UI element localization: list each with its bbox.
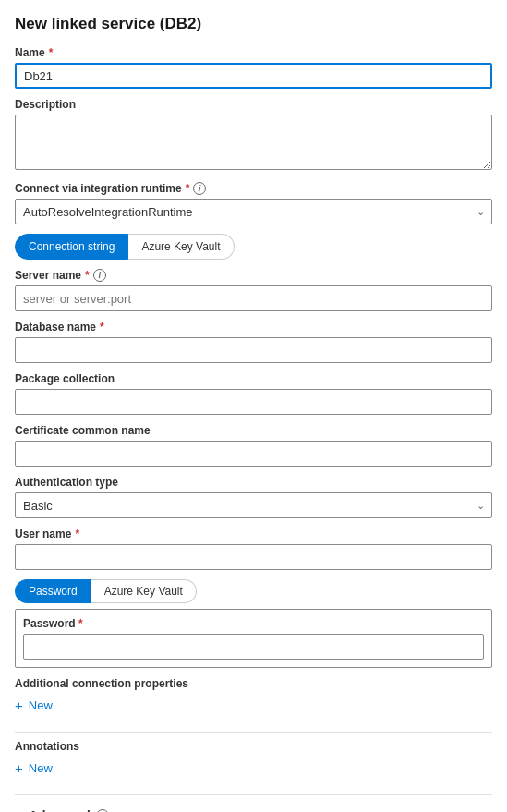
- server-name-field-group: Server name * i: [15, 269, 492, 311]
- user-name-label: User name *: [15, 527, 492, 540]
- name-input[interactable]: [15, 63, 492, 89]
- package-collection-label: Package collection: [15, 372, 492, 385]
- advanced-row[interactable]: ▶ Advanced i: [15, 803, 492, 812]
- runtime-label: Connect via integration runtime * i: [15, 182, 492, 195]
- password-inner-label: Password *: [23, 617, 484, 630]
- password-tab[interactable]: Password: [15, 579, 91, 603]
- password-tab-group: Password Azure Key Vault: [15, 579, 492, 603]
- add-new-annotation-row[interactable]: + New: [15, 757, 492, 780]
- advanced-label: Advanced: [29, 808, 91, 812]
- name-field-group: Name *: [15, 46, 492, 89]
- auth-type-label: Authentication type: [15, 476, 492, 489]
- divider-advanced: [15, 794, 492, 795]
- connection-tab-group: Connection string Azure Key Vault: [15, 234, 492, 260]
- package-collection-input[interactable]: [15, 389, 492, 415]
- required-star: *: [49, 46, 54, 59]
- description-field-group: Description: [15, 98, 492, 173]
- connection-string-tab[interactable]: Connection string: [15, 234, 128, 260]
- additional-props-label: Additional connection properties: [15, 677, 492, 690]
- auth-type-select-wrapper: Basic Anonymous ⌄: [15, 492, 492, 518]
- database-name-input[interactable]: [15, 337, 492, 363]
- cert-common-name-input[interactable]: [15, 441, 492, 467]
- password-section: Password Azure Key Vault Password *: [15, 579, 492, 668]
- add-new-annotation-label[interactable]: New: [29, 761, 53, 775]
- runtime-select-wrapper: AutoResolveIntegrationRuntime ⌄: [15, 199, 492, 224]
- user-name-input[interactable]: [15, 544, 492, 570]
- cert-common-name-label: Certificate common name: [15, 424, 492, 437]
- package-collection-field-group: Package collection: [15, 372, 492, 415]
- runtime-select[interactable]: AutoResolveIntegrationRuntime: [15, 199, 492, 224]
- annotations-section: Annotations + New: [15, 740, 492, 780]
- name-label: Name *: [15, 46, 492, 59]
- plus-icon-connection: +: [15, 697, 23, 713]
- password-box: Password *: [15, 609, 492, 668]
- description-input[interactable]: [15, 115, 492, 170]
- annotations-label: Annotations: [15, 740, 492, 753]
- azure-key-vault-tab[interactable]: Azure Key Vault: [128, 234, 234, 260]
- description-label: Description: [15, 98, 492, 111]
- auth-type-select[interactable]: Basic Anonymous: [15, 492, 492, 518]
- required-star-server: *: [85, 269, 90, 282]
- database-name-field-group: Database name *: [15, 321, 492, 363]
- password-azure-tab[interactable]: Azure Key Vault: [91, 579, 197, 603]
- database-name-label: Database name *: [15, 321, 492, 333]
- password-input[interactable]: [23, 634, 484, 660]
- user-name-field-group: User name *: [15, 527, 492, 570]
- required-star-user: *: [75, 527, 79, 540]
- server-info-icon[interactable]: i: [93, 269, 106, 282]
- required-star-db: *: [100, 321, 104, 333]
- required-star-runtime: *: [186, 182, 190, 195]
- add-new-connection-label[interactable]: New: [29, 698, 53, 712]
- add-new-connection-prop-row[interactable]: + New: [15, 694, 492, 717]
- runtime-info-icon[interactable]: i: [193, 182, 206, 195]
- additional-props-section: Additional connection properties + New: [15, 677, 492, 717]
- auth-type-field-group: Authentication type Basic Anonymous ⌄: [15, 476, 492, 518]
- panel-title: New linked service (DB2): [15, 15, 492, 33]
- cert-common-name-field-group: Certificate common name: [15, 424, 492, 467]
- required-star-password: *: [78, 617, 83, 630]
- server-name-input[interactable]: [15, 285, 492, 311]
- plus-icon-annotation: +: [15, 760, 23, 776]
- server-name-label: Server name * i: [15, 269, 492, 282]
- divider-annotations: [15, 732, 492, 733]
- runtime-field-group: Connect via integration runtime * i Auto…: [15, 182, 492, 224]
